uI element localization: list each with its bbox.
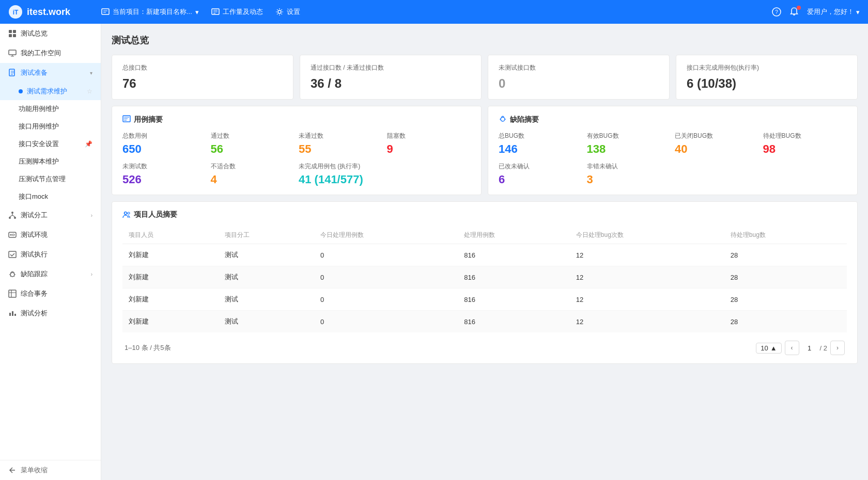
members-icon — [122, 211, 131, 219]
cell-pending-bugs-3: 28 — [724, 311, 847, 333]
sidebar-item-test-prep[interactable]: 测试准备 ▾ — [0, 63, 101, 83]
case-stat-untested: 未测试数 526 — [122, 162, 207, 186]
svg-rect-18 — [9, 251, 16, 258]
bug-stat-empty1 — [675, 162, 759, 186]
sidebar-label-test-env: 测试环境 — [21, 230, 48, 239]
cell-pending-bugs-1: 28 — [724, 266, 847, 289]
case-stats-grid: 总数用例 650 通过数 56 未通过数 55 阻塞数 9 — [122, 132, 471, 186]
current-project-label: 当前项目：新建项目名称... — [113, 7, 192, 17]
sidebar-item-test-overview[interactable]: 测试总览 — [0, 24, 101, 43]
bug-stat-closed: 已关闭BUG数 40 — [675, 132, 759, 156]
sidebar-item-api-security[interactable]: 接口安全设置 📌 — [0, 135, 101, 153]
bug-stat-label-valid: 有效BUG数 — [587, 132, 671, 140]
sidebar-item-api-cases[interactable]: 接口用例维护 — [0, 118, 101, 135]
svg-rect-9 — [9, 34, 12, 37]
sidebar-item-test-analysis[interactable]: 测试分析 — [0, 303, 101, 323]
table-icon — [8, 290, 17, 298]
svg-point-23 — [125, 212, 127, 215]
bug-stat-value-fixed-unconfirmed: 6 — [499, 173, 583, 186]
active-dot — [19, 89, 23, 93]
sidebar-label-req-maintain: 测试需求维护 — [27, 87, 67, 96]
prev-page-btn[interactable]: ‹ — [785, 341, 799, 355]
sidebar-collapse[interactable]: 菜单收缩 — [0, 460, 101, 480]
user-label: 爱用户，您好！ — [807, 7, 854, 17]
sidebar-item-stress-scripts[interactable]: 压测脚本维护 — [0, 153, 101, 170]
sidebar-item-test-env[interactable]: 测试环境 — [0, 225, 101, 245]
bug-stat-value-closed: 40 — [675, 142, 759, 156]
page-size-value: 10 — [761, 344, 768, 352]
sidebar-item-req-maintain[interactable]: 测试需求维护 ☆ — [0, 83, 101, 100]
sidebar-item-general-affairs[interactable]: 综合事务 — [0, 284, 101, 303]
case-stat-value-pass: 56 — [211, 142, 295, 156]
notification-dot — [797, 6, 801, 10]
bug-stat-value-valid: 138 — [587, 142, 671, 156]
stats-cards-row: 总接口数 76 通过接口数 / 未通过接口数 36 / 8 未测试接口数 0 接… — [112, 55, 858, 100]
cell-role-3: 测试 — [219, 311, 315, 333]
cell-name-1: 刘新建 — [122, 266, 219, 289]
sidebar-item-test-exec[interactable]: 测试执行 — [0, 245, 101, 264]
bug-stat-fixed-unconfirmed: 已改未确认 6 — [499, 162, 583, 186]
next-page-btn[interactable]: › — [830, 341, 845, 355]
pin-icon[interactable]: 📌 — [85, 140, 92, 148]
cell-today-bugs-0: 12 — [570, 244, 724, 266]
pagination-info: 1–10 条 / 共5条 — [125, 343, 171, 353]
stat-card-untested: 未测试接口数 0 — [488, 55, 670, 100]
collapse-icon — [8, 466, 17, 474]
sidebar-item-bug-track[interactable]: 缺陷跟踪 › — [0, 264, 101, 284]
bug-stat-valid: 有效BUG数 138 — [587, 132, 671, 156]
total-pages: / 2 — [820, 344, 827, 352]
case-stat-value-untested: 526 — [122, 173, 207, 186]
project-icon — [101, 8, 110, 16]
cell-today-bugs-2: 12 — [570, 289, 724, 311]
star-icon[interactable]: ☆ — [87, 88, 92, 95]
logo-icon: iT — [8, 5, 23, 19]
stat-card-incomplete: 接口未完成用例包(执行率) 6 (10/38) — [676, 55, 858, 100]
svg-rect-7 — [9, 30, 12, 33]
user-dropdown-icon: ▾ — [856, 8, 860, 16]
col-header-pending-bugs: 待处理bug数 — [724, 227, 847, 244]
workload-label: 工作量及动态 — [223, 7, 263, 17]
case-stat-value-incomplete: 41 (141/577) — [299, 173, 383, 186]
document-icon — [8, 69, 17, 77]
svg-point-13 — [11, 212, 13, 214]
sidebar-item-workspace[interactable]: 我的工作空间 — [0, 43, 101, 63]
sidebar-item-feature-cases[interactable]: 功能用例维护 — [0, 100, 101, 118]
case-stat-fail: 未通过数 55 — [299, 132, 383, 156]
stat-card-total-api: 总接口数 76 — [112, 55, 293, 100]
workload-nav[interactable]: 工作量及动态 — [211, 7, 263, 17]
sidebar-label-test-prep: 测试准备 — [21, 68, 48, 77]
bug-panel: 缺陷摘要 总BUG数 146 有效BUG数 138 已关闭BUG数 40 — [488, 106, 858, 195]
cell-today-cases-2: 0 — [314, 289, 458, 311]
current-project[interactable]: 当前项目：新建项目名称... ▾ — [101, 7, 199, 17]
settings-icon — [275, 8, 284, 16]
sidebar-label-feature-cases: 功能用例维护 — [19, 104, 59, 114]
case-stat-empty — [387, 162, 471, 186]
main-layout: 测试总览 我的工作空间 测试准备 ▾ 测试需求维护 ☆ 功能用例维护 接口用例维… — [0, 24, 868, 480]
sidebar-item-stress-nodes[interactable]: 压测试节点管理 — [0, 170, 101, 188]
env-icon — [8, 231, 17, 239]
notification-bell[interactable] — [789, 7, 799, 18]
cell-pending-bugs-2: 28 — [724, 289, 847, 311]
svg-point-17 — [10, 234, 12, 236]
page-size-select[interactable]: 10 ▲ — [756, 343, 781, 354]
case-stat-value-blocked: 9 — [387, 142, 471, 156]
settings-nav[interactable]: 设置 — [275, 7, 300, 17]
help-icon[interactable]: ? — [772, 7, 781, 17]
case-stat-incomplete: 未完成用例包 (执行率) 41 (141/577) — [299, 162, 383, 186]
bug-stat-notbug-unconfirmed: 非错未确认 3 — [587, 162, 671, 186]
bug-stat-value-total: 146 — [499, 142, 583, 156]
bug-stat-value-pending: 98 — [763, 142, 847, 156]
sidebar-item-api-mock[interactable]: 接口mock — [0, 188, 101, 205]
sidebar-label-stress-scripts: 压测脚本维护 — [19, 157, 59, 166]
table-row: 刘新建 测试 0 816 12 28 — [122, 289, 847, 311]
cell-role-0: 测试 — [219, 244, 315, 266]
case-stat-pass: 通过数 56 — [211, 132, 295, 156]
case-stat-total: 总数用例 650 — [122, 132, 207, 156]
settings-label: 设置 — [287, 7, 300, 17]
cell-role-1: 测试 — [219, 266, 315, 289]
sidebar-item-test-division[interactable]: 测试分工 › — [0, 205, 101, 225]
help-circle-icon: ? — [772, 7, 781, 17]
logo: iT itest.work — [8, 5, 101, 19]
bug-stat-label-notbug-unconfirmed: 非错未确认 — [587, 162, 671, 171]
user-info[interactable]: 爱用户，您好！ ▾ — [807, 7, 860, 17]
